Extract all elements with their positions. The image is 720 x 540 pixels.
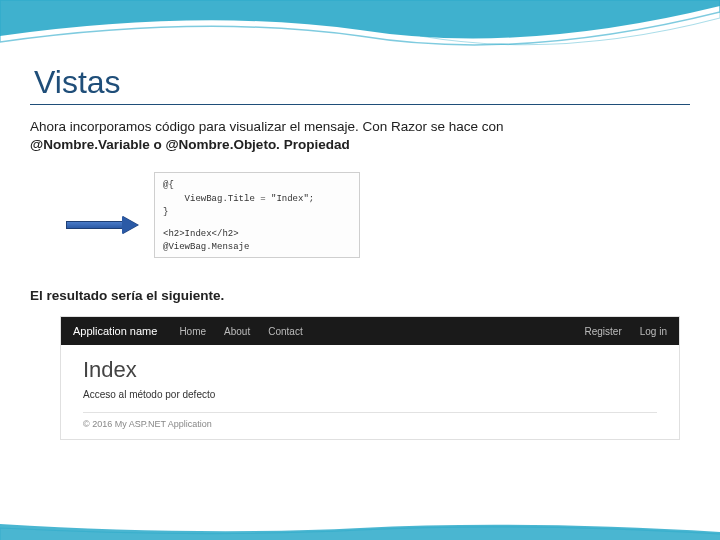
page-heading: Index xyxy=(83,357,657,383)
arrow-icon xyxy=(66,216,142,234)
nav-link-home[interactable]: Home xyxy=(179,326,206,337)
code-snippet-box: @{ ViewBag.Title = "Index"; } <h2>Index<… xyxy=(154,172,360,258)
code-line: <h2>Index</h2> xyxy=(163,228,351,242)
paragraph-line-2: @Nombre.Variable o @Nombre.Objeto. Propi… xyxy=(30,136,690,154)
bottom-wave-decoration xyxy=(0,518,720,540)
page-message: Acceso al método por defecto xyxy=(83,389,657,400)
nav-link-contact[interactable]: Contact xyxy=(268,326,302,337)
code-illustration: @{ ViewBag.Title = "Index"; } <h2>Index<… xyxy=(30,166,690,264)
result-label: El resultado sería el siguiente. xyxy=(30,288,224,303)
code-line: ViewBag.Title = "Index"; xyxy=(163,193,351,207)
title-underline xyxy=(30,104,690,105)
paragraph-line-1: Ahora incorporamos código para visualiza… xyxy=(30,118,690,136)
code-line: @ViewBag.Mensaje xyxy=(163,241,351,255)
slide-title: Vistas xyxy=(34,64,121,101)
navbar: Application name Home About Contact Regi… xyxy=(61,317,679,345)
nav-link-login[interactable]: Log in xyxy=(640,326,667,337)
navbar-brand[interactable]: Application name xyxy=(73,325,157,337)
page-footer: © 2016 My ASP.NET Application xyxy=(83,412,657,429)
nav-link-register[interactable]: Register xyxy=(585,326,622,337)
intro-paragraph: Ahora incorporamos código para visualiza… xyxy=(30,118,690,154)
nav-link-about[interactable]: About xyxy=(224,326,250,337)
code-line: @{ xyxy=(163,179,351,193)
top-wave-decoration xyxy=(0,0,720,70)
browser-body: Index Acceso al método por defecto © 201… xyxy=(61,345,679,439)
code-line: } xyxy=(163,206,351,220)
browser-preview: Application name Home About Contact Regi… xyxy=(60,316,680,440)
